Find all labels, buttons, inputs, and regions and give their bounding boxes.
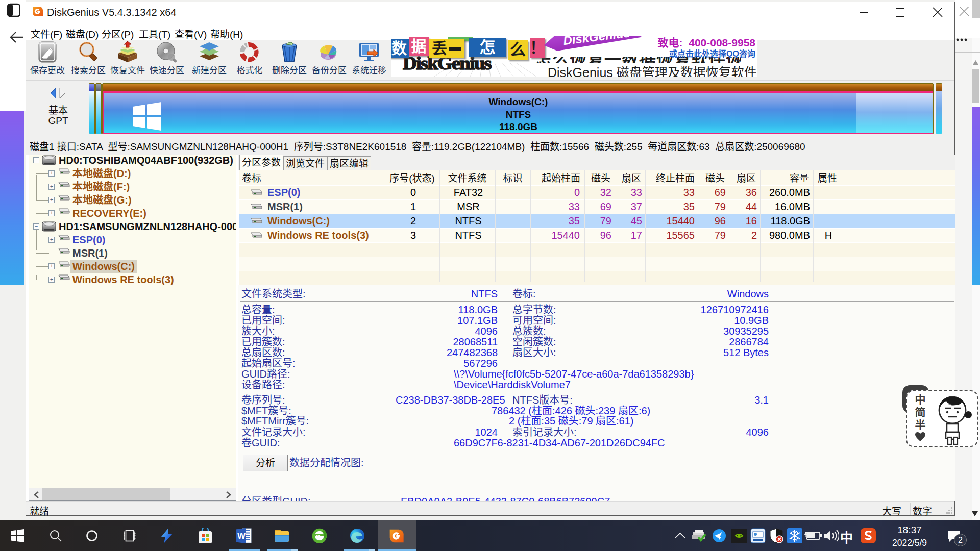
svg-text:e: e: [315, 530, 321, 542]
svg-text:W: W: [237, 531, 246, 541]
